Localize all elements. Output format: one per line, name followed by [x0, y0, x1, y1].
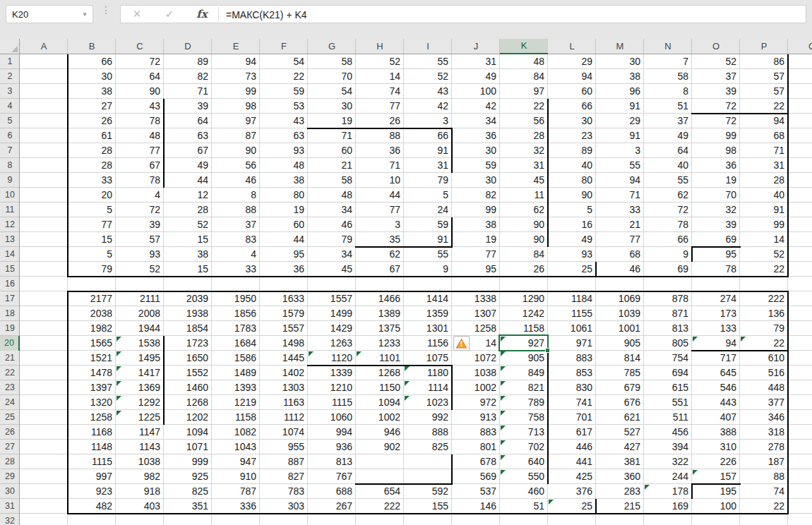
- row-header-9[interactable]: 9: [0, 173, 20, 188]
- cell-N17[interactable]: 878: [644, 291, 692, 306]
- cell-G2[interactable]: 70: [308, 69, 356, 84]
- cell-P18[interactable]: 136: [740, 306, 788, 321]
- row-header-15[interactable]: 15: [0, 262, 20, 277]
- cell-F20[interactable]: 1498: [260, 336, 308, 351]
- cell-F15[interactable]: 36: [260, 262, 308, 277]
- cell-E11[interactable]: 88: [212, 203, 260, 217]
- cell-J10[interactable]: 82: [452, 188, 500, 203]
- cell-B25[interactable]: 1258: [68, 410, 116, 425]
- row-header-8[interactable]: 8: [0, 158, 20, 173]
- cell-L28[interactable]: 441: [548, 454, 596, 469]
- cell-D7[interactable]: 67: [164, 143, 212, 158]
- cell-P7[interactable]: 71: [740, 143, 788, 158]
- cell-J4[interactable]: 42: [452, 99, 500, 114]
- row-header-14[interactable]: 14: [0, 247, 20, 262]
- column-header-Q[interactable]: Q: [788, 39, 812, 54]
- cell-G21[interactable]: 1120: [308, 351, 356, 366]
- cell-J9[interactable]: 30: [452, 173, 500, 188]
- cell-E3[interactable]: 99: [212, 84, 260, 99]
- cell-L12[interactable]: 16: [548, 217, 596, 232]
- cell-C11[interactable]: 72: [116, 203, 164, 217]
- cell-O22[interactable]: 645: [692, 366, 740, 380]
- cell-C19[interactable]: 1944: [116, 321, 164, 336]
- cell-F11[interactable]: 19: [260, 203, 308, 217]
- cell-F1[interactable]: 54: [260, 54, 308, 69]
- column-header-L[interactable]: L: [548, 39, 596, 54]
- cell-P14[interactable]: 52: [740, 247, 788, 262]
- cell-K24[interactable]: 789: [500, 395, 548, 410]
- cancel-icon[interactable]: ✕: [121, 8, 153, 20]
- cell-H6[interactable]: 88: [356, 128, 404, 143]
- cell-E10[interactable]: 8: [212, 188, 260, 203]
- cell-M23[interactable]: 679: [596, 380, 644, 395]
- cell-G28[interactable]: 813: [308, 454, 356, 469]
- cell-J25[interactable]: 913: [452, 410, 500, 425]
- cell-F26[interactable]: 1074: [260, 425, 308, 440]
- cell-K18[interactable]: 1242: [500, 306, 548, 321]
- cell-I4[interactable]: 42: [404, 99, 452, 114]
- cell-I31[interactable]: 155: [404, 499, 452, 514]
- cell-C3[interactable]: 90: [116, 84, 164, 99]
- cell-E29[interactable]: 910: [212, 469, 260, 484]
- cell-N20[interactable]: 805: [644, 336, 692, 351]
- cell-L8[interactable]: 40: [548, 158, 596, 173]
- cell-G26[interactable]: 994: [308, 425, 356, 440]
- cell-J1[interactable]: 31: [452, 54, 500, 69]
- row-header-18[interactable]: 18: [0, 306, 20, 321]
- row-header-23[interactable]: 23: [0, 380, 20, 395]
- cell-C4[interactable]: 43: [116, 99, 164, 114]
- cell-L10[interactable]: 90: [548, 188, 596, 203]
- cell-C26[interactable]: 1147: [116, 425, 164, 440]
- cell-F14[interactable]: 95: [260, 247, 308, 262]
- cell-P29[interactable]: 88: [740, 469, 788, 484]
- cell-L6[interactable]: 23: [548, 128, 596, 143]
- cell-C31[interactable]: 403: [116, 499, 164, 514]
- cell-I11[interactable]: 24: [404, 203, 452, 217]
- cell-E8[interactable]: 56: [212, 158, 260, 173]
- cell-D27[interactable]: 1071: [164, 440, 212, 454]
- cell-B27[interactable]: 1148: [68, 440, 116, 454]
- cell-M5[interactable]: 29: [596, 114, 644, 128]
- cell-B24[interactable]: 1320: [68, 395, 116, 410]
- cell-E26[interactable]: 1082: [212, 425, 260, 440]
- cell-F23[interactable]: 1303: [260, 380, 308, 395]
- cell-J31[interactable]: 146: [452, 499, 500, 514]
- cell-E6[interactable]: 87: [212, 128, 260, 143]
- cell-F5[interactable]: 43: [260, 114, 308, 128]
- cell-G23[interactable]: 1210: [308, 380, 356, 395]
- cell-H27[interactable]: 902: [356, 440, 404, 454]
- row-header-21[interactable]: 21: [0, 351, 20, 366]
- cell-D24[interactable]: 1268: [164, 395, 212, 410]
- cell-E9[interactable]: 46: [212, 173, 260, 188]
- cell-N18[interactable]: 871: [644, 306, 692, 321]
- cell-N24[interactable]: 551: [644, 395, 692, 410]
- row-header-27[interactable]: 27: [0, 440, 20, 454]
- cell-N10[interactable]: 62: [644, 188, 692, 203]
- cell-J24[interactable]: 972: [452, 395, 500, 410]
- cell-E5[interactable]: 97: [212, 114, 260, 128]
- cell-B22[interactable]: 1478: [68, 366, 116, 380]
- cell-O9[interactable]: 19: [692, 173, 740, 188]
- cell-B6[interactable]: 61: [68, 128, 116, 143]
- row-header-28[interactable]: 28: [0, 454, 20, 469]
- cell-E21[interactable]: 1586: [212, 351, 260, 366]
- cell-K14[interactable]: 84: [500, 247, 548, 262]
- cell-D12[interactable]: 52: [164, 217, 212, 232]
- cell-K6[interactable]: 28: [500, 128, 548, 143]
- cell-M26[interactable]: 527: [596, 425, 644, 440]
- cell-L29[interactable]: 425: [548, 469, 596, 484]
- cell-N22[interactable]: 694: [644, 366, 692, 380]
- cell-L26[interactable]: 617: [548, 425, 596, 440]
- cell-I6[interactable]: 66: [404, 128, 452, 143]
- cell-G7[interactable]: 60: [308, 143, 356, 158]
- cell-G19[interactable]: 1429: [308, 321, 356, 336]
- cell-L4[interactable]: 66: [548, 99, 596, 114]
- cell-M7[interactable]: 3: [596, 143, 644, 158]
- cell-L9[interactable]: 80: [548, 173, 596, 188]
- row-header-20[interactable]: 20: [0, 336, 20, 351]
- cell-K4[interactable]: 22: [500, 99, 548, 114]
- row-header-25[interactable]: 25: [0, 410, 20, 425]
- cell-M30[interactable]: 283: [596, 484, 644, 499]
- cell-I20[interactable]: 1156: [404, 336, 452, 351]
- cell-P26[interactable]: 318: [740, 425, 788, 440]
